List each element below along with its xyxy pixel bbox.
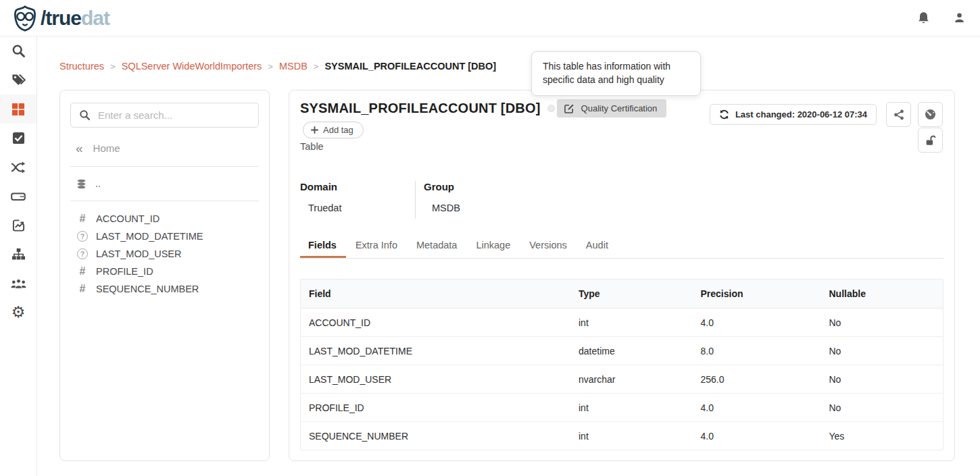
tab-extra-info[interactable]: Extra Info [346,233,407,258]
owl-logo-icon [12,5,38,32]
table-row: LAST_MOD_DATETIME datetime 8.0 No [301,337,943,365]
parent-structure-item[interactable]: .. [76,178,269,189]
field-type: int [570,309,693,337]
sidebar-item-structures[interactable] [0,95,36,124]
sidebar-item-settings[interactable]: ⚙ [0,298,36,327]
quality-gauge-button[interactable] [918,102,943,127]
refresh-icon [719,109,729,120]
search-input[interactable] [98,109,250,121]
top-header: /truedat [0,0,980,36]
table-row: SEQUENCE_NUMBER int 4.0 Yes [301,422,943,450]
field-nullable: No [821,365,944,394]
field-link[interactable]: PROFILE_ID [301,394,570,422]
tab-metadata[interactable]: Metadata [407,233,466,258]
field-precision: 256.0 [693,365,821,394]
quality-certification-badge[interactable]: Quality Certification [557,99,667,117]
search-icon [11,44,26,58]
breadcrumb-group[interactable]: MSDB [279,61,308,72]
table-header-row: Field Type Precision Nullable [301,280,943,309]
table-row: ACCOUNT_ID int 4.0 No [301,309,943,337]
add-tag-button[interactable]: Add tag [303,122,364,138]
numeric-field-icon: # [77,266,88,277]
sidebar-item-quality[interactable] [0,124,36,153]
field-list-item[interactable]: ? LAST_MOD_DATETIME [60,228,269,245]
structure-detail-panel: SYSMAIL_PROFILEACCOUNT [DBO] Quality Cer… [289,90,955,461]
field-list-item[interactable]: ? LAST_MOD_USER [60,245,269,263]
home-link[interactable]: « Home [76,142,269,155]
panel-divider [70,166,259,167]
field-list-label: LAST_MOD_DATETIME [96,231,203,242]
certification-badge-label: Quality Certification [581,103,658,113]
tab-audit[interactable]: Audit [577,233,618,258]
drive-icon [11,190,26,202]
sidebar-item-search[interactable] [0,36,36,65]
breadcrumb-current: SYSMAIL_PROFILEACCOUNT [DBO] [324,61,496,72]
notifications-bell-icon[interactable] [918,11,929,24]
shuffle-icon [11,161,26,174]
page-title: SYSMAIL_PROFILEACCOUNT [DBO] [300,101,541,116]
group-label: Group [424,181,460,192]
field-precision: 4.0 [693,309,821,337]
structure-browser-panel: « Home .. # ACCOUNT_ID ? LAST_MOD_DATETI… [59,90,270,461]
unknown-type-icon: ? [77,231,88,242]
search-icon [79,109,91,121]
column-header-nullable: Nullable [821,280,944,309]
field-list-item[interactable]: # ACCOUNT_ID [60,210,269,228]
field-link[interactable]: SEQUENCE_NUMBER [301,422,570,450]
field-list-item[interactable]: # PROFILE_ID [60,263,269,280]
unknown-type-icon: ? [77,248,88,259]
numeric-field-icon: # [77,284,88,294]
detail-tabs: Fields Extra Info Metadata Linkage Versi… [300,233,944,259]
field-link[interactable]: LAST_MOD_USER [301,365,570,394]
sitemap-icon [11,248,26,261]
field-precision: 4.0 [693,422,821,450]
field-nullable: No [821,337,944,365]
breadcrumb-system[interactable]: SQLServer WideWorldImporters [122,61,262,72]
breadcrumb-structures[interactable]: Structures [59,61,104,72]
numeric-field-icon: # [77,213,88,224]
domain-group-section: Domain Truedat Group MSDB [300,181,468,219]
column-header-field: Field [301,280,570,309]
add-tag-label: Add tag [323,125,353,135]
collapse-chevrons-icon: « [76,142,83,155]
field-type: nvarchar [570,365,693,394]
field-list-label: PROFILE_ID [96,266,153,277]
gauge-icon [925,109,936,120]
field-link[interactable]: LAST_MOD_DATETIME [301,337,570,365]
tab-versions[interactable]: Versions [520,233,577,258]
field-list-label: ACCOUNT_ID [96,213,160,224]
sidebar-item-lineage[interactable] [0,153,36,182]
field-link[interactable]: ACCOUNT_ID [301,309,570,337]
sidebar-item-taxonomy[interactable] [0,240,36,269]
sidebar-item-users[interactable] [0,269,36,298]
structure-search-box[interactable] [70,103,259,128]
truedat-logo[interactable]: /truedat [12,5,109,32]
field-list-label: LAST_MOD_USER [96,248,182,259]
last-changed-button[interactable]: Last changed: 2020-06-12 07:34 [710,104,877,125]
home-label: Home [93,142,120,154]
fields-table: Field Type Precision Nullable ACCOUNT_ID… [300,279,944,450]
field-nullable: No [821,309,944,337]
field-type: datetime [570,337,693,365]
field-type: int [570,394,693,422]
field-list-item[interactable]: # SEQUENCE_NUMBER [60,280,269,298]
tab-fields[interactable]: Fields [300,233,346,258]
tag-icon [11,73,26,87]
field-nullable: Yes [821,422,944,450]
sidebar-item-sources[interactable] [0,182,36,211]
chart-line-icon [12,219,25,232]
field-list: # ACCOUNT_ID ? LAST_MOD_DATETIME ? LAST_… [60,210,269,298]
tab-linkage[interactable]: Linkage [466,233,520,258]
check-square-icon [12,132,25,144]
sidebar-item-dashboards[interactable] [0,211,36,240]
column-header-type: Type [570,280,693,309]
unlock-button[interactable] [918,128,943,153]
parent-structure-label: .. [95,178,101,189]
group-value: MSDB [432,203,460,213]
plus-icon [311,126,318,134]
user-profile-icon[interactable] [954,12,965,24]
database-icon [76,179,87,189]
sidebar-item-tags[interactable] [0,65,36,95]
field-type: int [570,422,693,450]
share-button[interactable] [886,102,911,127]
